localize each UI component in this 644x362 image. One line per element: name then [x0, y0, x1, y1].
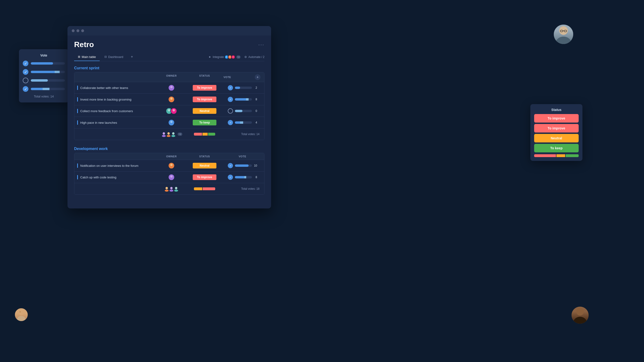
vote-check-3[interactable] [23, 78, 28, 83]
automate-label: Automate / 2 [248, 55, 264, 59]
svg-point-20 [169, 166, 174, 168]
development-work-group: Development work Owner Status Vote Notif… [74, 147, 264, 195]
status-badge-2[interactable]: To improve [193, 96, 216, 102]
tab-actions: ✦ Integrate Z S ♦ +2 ⚙ Automate / 2 [208, 55, 264, 59]
dev-totals-bar-improve [203, 187, 215, 190]
vote-toggle-4[interactable]: ✓ [228, 120, 233, 125]
avatar-3b [170, 108, 177, 114]
svg-point-19 [170, 164, 172, 166]
status-cell-4: To keep [186, 120, 224, 125]
vote-bar-fill-1 [235, 87, 240, 89]
dev-vote-count-2: 8 [254, 176, 257, 179]
status-panel-item-2[interactable]: To improve [534, 124, 579, 132]
integration-icons: Z S ♦ +2 [226, 55, 240, 59]
vote-bar-dual-2 [235, 98, 252, 100]
svg-point-2 [20, 311, 21, 313]
vote-item-3 [23, 78, 65, 83]
status-cell-3: Neutral [186, 108, 224, 114]
dev-status-badge-1[interactable]: Neutral [193, 163, 216, 168]
tab-dashboard-label: Dashboard [108, 55, 123, 59]
vote-toggle-3[interactable] [228, 108, 233, 114]
dev-vote-toggle-1[interactable]: ✓ [228, 163, 233, 168]
current-sprint-group: Current sprint Owner Status Vote + Coll [74, 66, 264, 140]
dev-vote-toggle-2[interactable]: ✓ [228, 175, 233, 180]
task-cell-4: High pace in new launches [77, 120, 157, 125]
int-icon-badge: +2 [236, 55, 240, 59]
tab-dashboard[interactable]: ⊟ Dashboard [100, 53, 127, 61]
vote-toggle-1[interactable]: ✓ [228, 85, 233, 90]
tab-main-table[interactable]: ⊞ Main table [74, 53, 100, 61]
owner-cell-3 [157, 108, 186, 114]
status-cell-2: To improve [186, 96, 224, 102]
traffic-light-3[interactable] [81, 29, 84, 32]
col-owner-header: Owner [157, 74, 186, 80]
automate-icon: ⚙ [244, 55, 247, 59]
vote-item-1: ✓ [23, 60, 65, 66]
vote-cell-3: 0 [224, 108, 262, 114]
traffic-light-2[interactable] [76, 29, 79, 32]
totals-bar-keep [208, 133, 215, 136]
status-badge-3[interactable]: Neutral [193, 108, 216, 114]
totals-avatar-badge: +2 [178, 132, 182, 136]
dev-totals-avatar-group [163, 185, 180, 192]
more-menu-button[interactable]: ··· [258, 42, 264, 47]
avatar-face-3b [171, 108, 177, 114]
status-panel-item-4[interactable]: To keep [534, 144, 579, 152]
development-work-table: Owner Status Vote Notification on user i… [74, 153, 264, 195]
vote-toggle-2[interactable]: ✓ [228, 97, 233, 102]
vote-check-1[interactable]: ✓ [23, 60, 28, 66]
avatar-4 [168, 119, 175, 126]
dev-vote-bar-2 [235, 176, 252, 178]
dev-col-task-header [77, 155, 157, 158]
dev-vote-bar-dual-2 [235, 176, 252, 178]
tab-add-button[interactable]: + [128, 53, 136, 61]
floating-avatar-top-right [553, 24, 574, 45]
status-bar-improve [534, 154, 556, 157]
vote-check-2[interactable]: ✓ [23, 69, 28, 75]
vote-count-3: 0 [254, 109, 257, 113]
current-sprint-header: Current sprint [74, 66, 264, 70]
vote-check-4[interactable]: ✓ [23, 86, 28, 92]
svg-point-25 [170, 187, 172, 189]
table-icon: ⊞ [78, 55, 80, 58]
vote-count-2: 8 [254, 98, 257, 101]
dev-vote-bar-fill-1 [235, 164, 248, 167]
svg-point-6 [169, 100, 174, 102]
totals-bar-neutral [202, 133, 208, 136]
vote-panel: Vote ✓ ✓ ✓ Total votes: 14 [19, 49, 69, 102]
col-task-header [77, 74, 157, 80]
dev-totals-avatars [157, 185, 186, 192]
current-sprint-total-votes: Total votes: 14 [224, 132, 262, 136]
total-votes-label: Total votes: [241, 132, 256, 136]
dev-col-owner-header: Owner [157, 155, 186, 158]
automate-button[interactable]: ⚙ Automate / 2 [244, 55, 264, 59]
svg-point-34 [576, 308, 584, 315]
table-row: Invest more time in backlog grooming To … [74, 93, 264, 105]
add-column-button[interactable]: + [255, 74, 260, 80]
total-votes-count: 14 [256, 132, 260, 136]
dev-total-votes-count: 18 [256, 187, 260, 190]
status-panel-item-1[interactable]: To improve [534, 114, 579, 123]
task-name-4: High pace in new launches [80, 121, 117, 124]
task-cell-2: Invest more time in backlog grooming [77, 97, 157, 101]
dev-status-badge-2[interactable]: To improve [193, 174, 216, 180]
svg-point-30 [556, 37, 571, 44]
dev-total-votes-label: Total votes: [241, 187, 256, 190]
svg-point-17 [172, 132, 174, 135]
vote-item-4: ✓ [23, 86, 65, 92]
dev-vote-bar-light-2 [244, 176, 246, 178]
status-panel-item-3[interactable]: Neutral [534, 134, 579, 142]
tabs-bar: ⊞ Main table ⊟ Dashboard + ✦ Integrate Z… [74, 53, 264, 61]
status-badge-4[interactable]: To keep [193, 120, 216, 125]
integrate-button[interactable]: ✦ Integrate Z S ♦ +2 [208, 55, 240, 59]
totals-bar-cell [186, 133, 224, 136]
avatar-face-1 [168, 84, 174, 91]
vote-panel-avatar [14, 308, 28, 322]
traffic-light-1[interactable] [72, 29, 74, 32]
dev-totals: Total votes: 18 [74, 183, 264, 194]
status-badge-1[interactable]: To improve [193, 85, 216, 91]
vote-bar-blue-4 [235, 121, 240, 124]
status-bar-neutral [556, 154, 565, 157]
dev-task-name-2: Catch up with code testing [80, 176, 116, 179]
svg-point-21 [170, 175, 172, 178]
